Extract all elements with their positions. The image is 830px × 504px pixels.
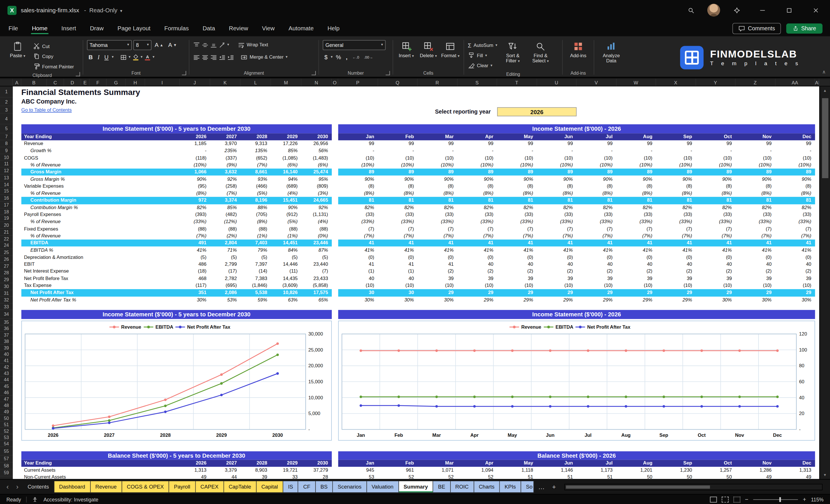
income-monthly-row[interactable]: 41%41%41%41%41%41%41%41%41%41%41%41% (338, 247, 815, 254)
cell[interactable]: 1,071 (418, 467, 457, 474)
income-monthly-chart[interactable]: RevenueEBITDANet Profit After Tax-204060… (338, 321, 815, 441)
cell[interactable]: 99 (338, 140, 378, 147)
income-annual-row[interactable]: Contribution Margin9723,3748,19615,45124… (22, 197, 332, 204)
cell[interactable]: (10) (736, 282, 775, 289)
cell[interactable]: 2026 (180, 460, 210, 467)
row-header-24[interactable]: 24 (0, 242, 13, 249)
borders-icon[interactable] (120, 54, 127, 60)
cell[interactable]: Dec (775, 460, 815, 467)
cell[interactable]: 41 (418, 240, 457, 247)
cell[interactable]: - (656, 147, 696, 154)
cell[interactable]: (33) (616, 211, 656, 219)
cell[interactable]: 51 (537, 474, 577, 479)
income-annual-row[interactable]: Gross Margin1,0663,6328,66116,14025,474 (22, 169, 332, 176)
cell[interactable]: (809) (301, 183, 332, 190)
delete-cells-button[interactable]: Delete ▾ (419, 39, 438, 59)
cell[interactable]: 30% (775, 296, 815, 304)
insert-cells-button[interactable]: Insert ▾ (397, 39, 416, 59)
cell[interactable]: (1,085) (271, 154, 301, 162)
menu-tab-data[interactable]: Data (202, 22, 216, 35)
cell[interactable]: 81 (497, 197, 537, 204)
cell[interactable]: 89 (338, 169, 378, 176)
horizontal-scrollbar[interactable] (564, 484, 822, 490)
sheet-tab-bs[interactable]: BS (316, 481, 333, 492)
cell[interactable]: 1,257 (696, 467, 736, 474)
cell[interactable]: (5) (301, 254, 332, 261)
cell[interactable]: May (497, 133, 537, 140)
cell[interactable]: (2) (537, 268, 577, 275)
cell[interactable]: 41 (656, 240, 696, 247)
cell[interactable]: - (537, 147, 577, 154)
cell[interactable]: (10%) (497, 162, 537, 169)
cell[interactable]: (1,483) (301, 154, 332, 162)
income-monthly-row[interactable]: (10)(10)(10)(10)(10)(10)(10)(10)(10)(10)… (338, 154, 815, 162)
cell[interactable]: 90% (696, 176, 736, 183)
cell[interactable]: 89 (497, 169, 537, 176)
cell[interactable]: 16,140 (271, 169, 301, 176)
cell[interactable]: (8) (696, 183, 736, 190)
balance-monthly-row[interactable]: 535252525151515050504949 (338, 474, 815, 479)
cell[interactable]: (5,858) (301, 282, 332, 289)
menu-tab-formulas[interactable]: Formulas (163, 22, 190, 35)
cell[interactable]: 85% (210, 204, 241, 211)
cell[interactable]: (33%) (418, 218, 457, 225)
cell[interactable]: (118) (180, 154, 210, 162)
cell[interactable]: 39 (696, 275, 736, 282)
cell[interactable]: 89 (457, 169, 497, 176)
more-sheets-button[interactable]: … (535, 483, 548, 491)
cell[interactable]: 2026 (180, 133, 210, 140)
row-header-26[interactable]: 26 (0, 256, 13, 263)
row-header-47[interactable]: 47 (0, 396, 13, 402)
cell[interactable]: 39 (616, 275, 656, 282)
cell[interactable]: 33 (271, 474, 301, 479)
cell[interactable]: (10%) (180, 162, 210, 169)
cell[interactable]: 82% (418, 204, 457, 211)
income-monthly-row[interactable]: (1)(1)(2)(2)(2)(2)(2)(2)(2)(2)(2)(2) (338, 268, 815, 275)
cell[interactable]: 26,956 (301, 140, 332, 147)
cell[interactable]: 29 (656, 289, 696, 296)
format-cells-button[interactable]: Format ▾ (441, 39, 460, 59)
cell[interactable]: 2028 (241, 133, 271, 140)
select-all-corner[interactable] (0, 79, 13, 86)
sheet-tab-cogs-opex[interactable]: COGS & OPEX (122, 481, 169, 492)
cell[interactable]: 41% (378, 247, 418, 254)
income-annual-row[interactable]: % of Revenue(33%)(12%)(8%)(5%)(4%) (22, 218, 332, 225)
cell[interactable]: 25,474 (301, 169, 332, 176)
font-name-select[interactable]: Tahoma▾ (87, 40, 132, 50)
cell[interactable]: 7,403 (241, 240, 271, 247)
cell[interactable]: (695) (210, 282, 241, 289)
cell[interactable]: (7) (656, 225, 696, 232)
cell[interactable]: (5%) (241, 190, 271, 197)
cell[interactable]: (8%) (241, 218, 271, 225)
cell[interactable]: (5) (241, 254, 271, 261)
cell[interactable]: 92% (301, 204, 332, 211)
cell[interactable]: 49 (775, 474, 815, 479)
cell[interactable]: (10%) (537, 162, 577, 169)
menu-tab-draw[interactable]: Draw (89, 22, 105, 35)
cell[interactable]: (33%) (537, 218, 577, 225)
align-top-icon[interactable] (193, 41, 200, 48)
cell[interactable]: (652) (241, 154, 271, 162)
cell[interactable]: 99 (616, 140, 656, 147)
cell[interactable]: (33) (656, 211, 696, 219)
cell[interactable]: May (497, 460, 537, 467)
minimize-button[interactable] (753, 2, 771, 18)
cell[interactable]: 39 (537, 275, 577, 282)
row-header-39[interactable]: 39 (0, 345, 13, 351)
cell[interactable]: 41 (418, 261, 457, 268)
cell[interactable]: 2,086 (210, 289, 241, 296)
collapse-ribbon-icon[interactable]: ∧ (822, 69, 826, 75)
cell[interactable]: 90% (736, 176, 775, 183)
cell[interactable]: 90% (537, 176, 577, 183)
sheet-tab-so[interactable]: So (521, 481, 534, 492)
cell[interactable]: 88% (241, 204, 271, 211)
cell[interactable]: (7%) (577, 232, 616, 240)
cell[interactable]: (8%) (736, 190, 775, 197)
cell[interactable]: 41% (656, 247, 696, 254)
cell[interactable]: (8) (497, 183, 537, 190)
autosum-button[interactable]: Σ AutoSum▾ (468, 41, 498, 50)
cell[interactable]: 52 (378, 474, 418, 479)
income-monthly-row[interactable]: 414141404040404040404040 (338, 261, 815, 268)
cell[interactable]: 93% (241, 176, 271, 183)
cell[interactable]: 90% (271, 204, 301, 211)
